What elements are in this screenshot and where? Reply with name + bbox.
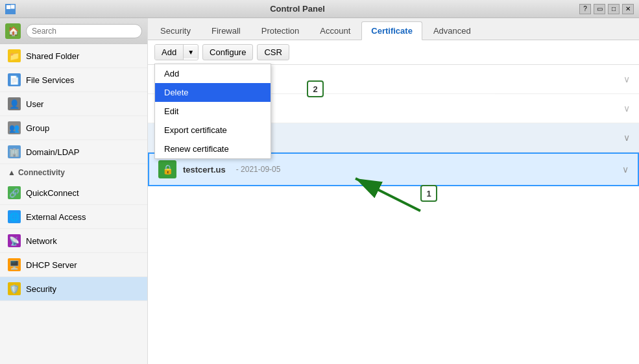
sidebar-item-network[interactable]: 📡 Network xyxy=(0,229,147,253)
sidebar: 🏠 📁 Shared Folder 📄 File Services 👤 User… xyxy=(0,18,148,364)
tab-certificate[interactable]: Certificate xyxy=(361,21,422,40)
minimize-button[interactable]: ? xyxy=(579,4,591,14)
sidebar-item-label: File Services xyxy=(26,75,74,85)
sidebar-item-dhcp[interactable]: 🖥️ DHCP Server xyxy=(0,253,147,277)
content-wrapper: 2 Add ▼ Configure CSR 3 Add Delete Edit … xyxy=(148,40,639,364)
sidebar-item-user[interactable]: 👤 User xyxy=(0,92,147,116)
dropdown-export[interactable]: Export certificate xyxy=(155,121,271,140)
cert-chevron-1[interactable]: ∨ xyxy=(623,74,630,84)
title-bar-left xyxy=(5,4,16,14)
step1-annotation: 1 xyxy=(420,185,437,202)
cert-chevron-3[interactable]: ∨ xyxy=(623,132,630,143)
cert-name-selected: testcert.us xyxy=(183,165,226,175)
sidebar-item-group[interactable]: 👥 Group xyxy=(0,116,147,140)
tabs-bar: Security Firewall Protection Account Cer… xyxy=(148,18,639,40)
dropdown-menu: 3 Add Delete Edit Export certificate Ren… xyxy=(154,64,271,159)
main-layout: 🏠 📁 Shared Folder 📄 File Services 👤 User… xyxy=(0,18,639,364)
cert-chevron-2[interactable]: ∨ xyxy=(623,103,630,114)
sidebar-item-quickconnect[interactable]: 🔗 QuickConnect xyxy=(0,181,147,205)
file-services-icon: 📄 xyxy=(8,73,21,86)
tab-account[interactable]: Account xyxy=(310,21,360,40)
cert-row-left: 🔒 testcert.us - 2021-09-05 xyxy=(158,160,280,178)
toolbar: 2 Add ▼ Configure CSR 3 Add Delete Edit … xyxy=(148,40,639,65)
add-main-button[interactable]: Add xyxy=(155,45,184,60)
security-icon: 🛡️ xyxy=(8,282,21,295)
dropdown-delete[interactable]: Delete xyxy=(155,83,271,102)
sidebar-item-shared-folder[interactable]: 📁 Shared Folder xyxy=(0,44,147,68)
dropdown-renew[interactable]: Renew certificate xyxy=(155,140,271,158)
cert-chevron-selected[interactable]: ∨ xyxy=(622,164,629,175)
home-icon[interactable]: 🏠 xyxy=(5,23,21,39)
sidebar-item-label: User xyxy=(26,99,43,109)
sidebar-item-label: Shared Folder xyxy=(26,51,79,61)
search-input[interactable] xyxy=(26,24,142,38)
cert-date-selected: - 2021-09-05 xyxy=(236,165,281,174)
folder-icon: 📁 xyxy=(8,49,21,62)
sidebar-item-security[interactable]: 🛡️ Security xyxy=(0,277,147,301)
maximize-button[interactable]: □ xyxy=(608,4,620,14)
sidebar-item-label: Group xyxy=(26,123,49,133)
window-controls[interactable]: ? ▭ □ ✕ xyxy=(579,4,634,14)
sidebar-item-label: Network xyxy=(26,236,57,246)
sidebar-item-domain[interactable]: 🏢 Domain/LDAP xyxy=(0,140,147,164)
network-icon: 📡 xyxy=(8,234,21,247)
cert-icon-selected: 🔒 xyxy=(158,160,176,178)
configure-button[interactable]: Configure xyxy=(202,44,253,60)
tab-firewall[interactable]: Firewall xyxy=(202,21,250,40)
sidebar-item-label: Domain/LDAP xyxy=(26,147,79,157)
sidebar-item-label: Security xyxy=(26,284,56,294)
sidebar-home: 🏠 xyxy=(0,18,147,44)
csr-button[interactable]: CSR xyxy=(257,44,289,60)
tab-protection[interactable]: Protection xyxy=(252,21,309,40)
external-access-icon: 🌐 xyxy=(8,210,21,223)
sidebar-item-file-services[interactable]: 📄 File Services xyxy=(0,68,147,92)
sidebar-item-external-access[interactable]: 🌐 External Access xyxy=(0,205,147,229)
svg-rect-2 xyxy=(11,5,14,8)
add-dropdown-arrow[interactable]: ▼ xyxy=(184,46,198,58)
collapse-icon: ▲ xyxy=(8,168,16,177)
add-button-group[interactable]: Add ▼ xyxy=(154,44,199,60)
dhcp-icon: 🖥️ xyxy=(8,258,21,271)
step2-annotation: 2 xyxy=(307,80,324,97)
sidebar-item-label: External Access xyxy=(26,212,86,222)
connectivity-section-header[interactable]: ▲ Connectivity xyxy=(0,164,147,181)
group-icon: 👥 xyxy=(8,121,21,134)
user-icon: 👤 xyxy=(8,97,21,110)
title-bar: Control Panel ? ▭ □ ✕ xyxy=(0,0,639,18)
sidebar-item-label: DHCP Server xyxy=(26,260,77,270)
domain-icon: 🏢 xyxy=(8,145,21,158)
dropdown-add[interactable]: Add xyxy=(155,64,271,83)
content-area: Security Firewall Protection Account Cer… xyxy=(148,18,639,364)
tab-security[interactable]: Security xyxy=(151,21,200,40)
quickconnect-icon: 🔗 xyxy=(8,186,21,199)
window-title: Control Panel xyxy=(16,4,579,14)
app-icon xyxy=(5,4,16,14)
dropdown-edit[interactable]: Edit xyxy=(155,102,271,121)
sidebar-item-label: QuickConnect xyxy=(26,188,79,198)
section-label: Connectivity xyxy=(18,168,65,177)
tab-advanced[interactable]: Advanced xyxy=(424,21,481,40)
restore-button[interactable]: ▭ xyxy=(594,4,605,14)
close-button[interactable]: ✕ xyxy=(622,4,634,14)
svg-rect-1 xyxy=(6,5,10,9)
